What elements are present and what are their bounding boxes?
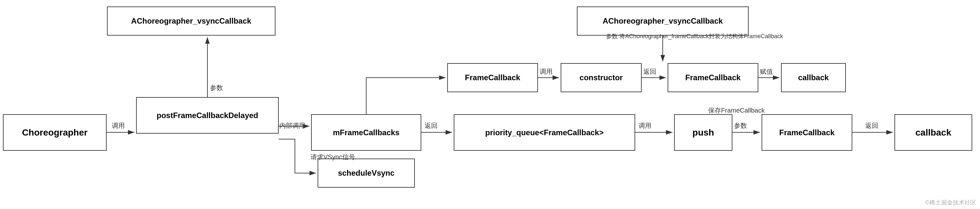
constructor-label: constructor (579, 73, 622, 82)
post-frame-callback-delayed-label: postFrameCallbackDelayed (156, 111, 258, 120)
constructor-box: constructor (561, 63, 642, 92)
callback-top-label: callback (798, 73, 829, 82)
frame-callback-left-box: FrameCallback (447, 63, 538, 92)
choreographer-label: Choreographer (22, 127, 88, 138)
label-return-3: 返回 (865, 121, 878, 130)
priority-queue-label: priority_queue<FrameCallback> (485, 128, 603, 137)
label-return-2: 返回 (643, 67, 656, 76)
post-frame-callback-delayed-box: postFrameCallbackDelayed (136, 97, 279, 134)
priority-queue-box: priority_queue<FrameCallback> (454, 114, 635, 151)
frame-callback-mid-label: FrameCallback (686, 73, 741, 82)
frame-callback-right-label: FrameCallback (780, 128, 835, 137)
schedule-vsync-label: scheduleVsync (338, 169, 395, 177)
achoreographer-vsync-callback-top-left-label: AChoreographer_vsyncCallback (131, 16, 251, 25)
frame-callback-right-box: FrameCallback (762, 114, 852, 151)
achoreographer-vsync-callback-top-right-box: AChoreographer_vsyncCallback (577, 6, 749, 36)
label-param-encap: 参数 将AChoreographer_frameCallback封装为结构体Fr… (606, 32, 783, 40)
label-call-2: 调用 (539, 67, 552, 76)
label-call-3: 调用 (638, 121, 651, 130)
frame-callback-mid-box: FrameCallback (668, 63, 758, 92)
label-internal-call: 内部调用 (279, 121, 305, 130)
watermark: ©稀土掘金技术社区 (925, 199, 976, 206)
label-param-2: 参数 (734, 121, 747, 130)
label-param-1: 参数 (210, 84, 223, 92)
push-label: push (692, 127, 714, 138)
label-vsync-request: 请求VSync信号 (310, 153, 355, 162)
label-return-1: 返回 (425, 121, 438, 130)
push-box: push (674, 114, 732, 151)
callback-right-label: callback (915, 127, 951, 138)
frame-callback-left-label: FrameCallback (465, 73, 520, 82)
choreographer-box: Choreographer (3, 114, 107, 151)
achoreographer-vsync-callback-top-right-label: AChoreographer_vsyncCallback (603, 16, 723, 25)
label-save-framecb: 保存FrameCallback (708, 106, 765, 115)
label-call-1: 调用 (112, 121, 125, 130)
schedule-vsync-box: scheduleVsync (318, 158, 415, 188)
callback-right-box: callback (894, 114, 972, 151)
achoreographer-vsync-callback-top-left-box: AChoreographer_vsyncCallback (107, 6, 275, 36)
diagram: Choreographer postFrameCallbackDelayed A… (0, 0, 980, 209)
mframe-callbacks-label: mFrameCallbacks (333, 128, 399, 137)
label-assign: 赋值 (760, 67, 773, 76)
callback-top-box: callback (781, 63, 846, 92)
mframe-callbacks-box: mFrameCallbacks (311, 114, 421, 151)
